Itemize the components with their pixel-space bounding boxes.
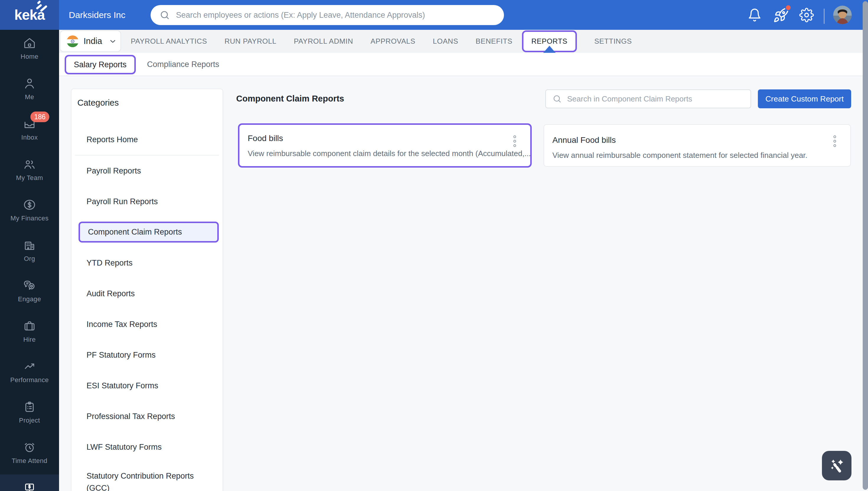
sidebar-label: My Team — [16, 174, 43, 182]
sidebar-item-engage[interactable]: Engage — [0, 272, 59, 313]
page-scrollbar[interactable] — [863, 1, 868, 490]
category-audit-reports[interactable]: Audit Reports — [72, 278, 223, 309]
category-statutory-contribution-reports-gcc[interactable]: Statutory Contribution Reports (GCC) — [72, 462, 223, 491]
sidebar-item-inbox[interactable]: 186 Inbox — [0, 111, 59, 151]
tab-payroll-admin[interactable]: PAYROLL ADMIN — [294, 37, 353, 46]
create-custom-report-button[interactable]: Create Custom Report — [758, 89, 851, 108]
tab-benefits[interactable]: BENEFITS — [476, 37, 512, 46]
tab-approvals[interactable]: APPROVALS — [370, 37, 415, 46]
category-income-tax-reports[interactable]: Income Tax Reports — [72, 309, 223, 340]
category-component-claim-reports[interactable]: Component Claim Reports — [79, 222, 219, 242]
sidebar-item-hire[interactable]: Hire — [0, 313, 59, 353]
report-card-description: View reimbursable component claim detail… — [248, 149, 531, 158]
header-divider — [824, 8, 824, 24]
sidebar-label: Me — [25, 93, 34, 101]
module-tab-bar: India PAYROLL ANALYTICS RUN PAYROLL PAYR… — [59, 30, 868, 53]
sidebar-item-payroll-active[interactable] — [0, 474, 59, 491]
sidebar-label: Performance — [10, 376, 49, 384]
home-icon — [23, 36, 36, 50]
inbox-badge: 186 — [30, 112, 49, 122]
legal-entity-selector[interactable]: India — [60, 30, 121, 52]
bell-icon — [748, 8, 762, 22]
sidebar-item-my-team[interactable]: My Team — [0, 151, 59, 192]
sidebar-label: My Finances — [10, 214, 49, 222]
sidebar-label: Engage — [18, 295, 41, 303]
tab-run-payroll[interactable]: RUN PAYROLL — [224, 37, 276, 46]
sidebar-item-project[interactable]: Project — [0, 394, 59, 434]
gear-icon — [799, 8, 814, 22]
sidebar-label: Home — [21, 53, 38, 60]
kebab-menu-icon[interactable] — [512, 134, 517, 148]
briefcase-icon — [23, 319, 36, 333]
notifications-button[interactable] — [746, 0, 763, 30]
team-icon — [23, 157, 36, 171]
sidebar-label: Project — [19, 417, 40, 424]
search-icon — [552, 94, 562, 104]
tab-settings[interactable]: SETTINGS — [594, 37, 632, 46]
magic-wand-fab[interactable] — [822, 451, 851, 480]
categories-list: Reports Home Payroll Reports Payroll Run… — [72, 124, 223, 491]
category-reports-home[interactable]: Reports Home — [72, 124, 223, 155]
alarm-clock-icon — [23, 440, 36, 454]
report-search-input[interactable] — [566, 94, 744, 104]
sidebar-item-me[interactable]: Me — [0, 70, 59, 111]
sidebar-item-org[interactable]: Org — [0, 232, 59, 272]
category-ytd-reports[interactable]: YTD Reports — [72, 248, 223, 278]
main-content: Categories Reports Home Payroll Reports … — [59, 77, 868, 491]
report-card-title: Annual Food bills — [552, 136, 616, 145]
report-search-bar[interactable] — [545, 89, 751, 108]
category-lwf-statutory-forms[interactable]: LWF Statutory Forms — [72, 432, 223, 462]
settings-button[interactable] — [798, 0, 815, 30]
dollar-circle-icon — [23, 198, 36, 211]
tab-payroll-analytics[interactable]: PAYROLL ANALYTICS — [131, 37, 207, 46]
tab-reports[interactable]: REPORTS — [522, 30, 577, 52]
keka-logo[interactable]: keka — [0, 0, 59, 30]
trend-arrow-icon — [23, 360, 36, 373]
global-search-bar[interactable] — [150, 5, 504, 25]
category-payroll-reports[interactable]: Payroll Reports — [72, 155, 223, 186]
subtab-compliance-reports[interactable]: Compliance Reports — [147, 53, 219, 76]
global-search-input[interactable] — [175, 10, 494, 20]
legal-entity-label: India — [84, 36, 102, 46]
sidebar-item-performance[interactable]: Performance — [0, 353, 59, 394]
payroll-monitor-icon — [23, 481, 36, 491]
category-esi-statutory-forms[interactable]: ESI Statutory Forms — [72, 370, 223, 401]
module-tabs: PAYROLL ANALYTICS RUN PAYROLL PAYROLL AD… — [131, 30, 649, 53]
subtab-salary-reports[interactable]: Salary Reports — [65, 55, 136, 74]
avatar-image — [833, 6, 852, 24]
sidebar-item-time-attend[interactable]: Time Attend — [0, 434, 59, 474]
categories-title: Categories — [77, 98, 223, 108]
avatar[interactable] — [833, 6, 852, 24]
whats-new-button[interactable] — [771, 0, 791, 30]
person-icon — [23, 77, 36, 90]
category-payroll-run-reports[interactable]: Payroll Run Reports — [72, 186, 223, 217]
top-header: keka Darksiders Inc — [0, 0, 868, 30]
sidebar-label: Time Attend — [12, 457, 48, 465]
whats-new-badge-dot — [785, 4, 791, 11]
sidebar-label: Inbox — [21, 134, 38, 141]
report-card-title: Food bills — [248, 134, 283, 143]
building-icon — [23, 238, 36, 252]
search-icon — [160, 10, 170, 20]
logo-sparkle-icon — [34, 1, 52, 16]
left-sidebar: Home Me 186 Inbox My Team My Finances — [0, 30, 59, 491]
magic-wand-icon — [828, 457, 846, 475]
page-title: Component Claim Reports — [236, 94, 344, 104]
company-name: Darksiders Inc — [69, 0, 125, 30]
sidebar-item-my-finances[interactable]: My Finances — [0, 192, 59, 232]
chat-bubbles-icon — [23, 279, 36, 292]
kebab-menu-icon[interactable] — [832, 134, 837, 148]
category-professional-tax-reports[interactable]: Professional Tax Reports — [72, 401, 223, 432]
report-card-description: View annual reimbursable component state… — [552, 151, 808, 160]
report-card-annual-food-bills[interactable]: Annual Food bills View annual reimbursab… — [543, 124, 851, 167]
tab-loans[interactable]: LOANS — [433, 37, 458, 46]
sidebar-item-home[interactable]: Home — [0, 30, 59, 70]
category-pf-statutory-forms[interactable]: PF Statutory Forms — [72, 340, 223, 370]
india-flag-icon — [66, 35, 79, 48]
clipboard-icon — [23, 400, 36, 414]
reports-subtab-bar: Salary Reports Compliance Reports — [59, 53, 868, 76]
sidebar-label: Hire — [23, 336, 36, 343]
categories-panel: Categories Reports Home Payroll Reports … — [71, 88, 223, 491]
chevron-down-icon — [109, 37, 117, 46]
report-card-food-bills[interactable]: Food bills View reimbursable component c… — [238, 123, 532, 168]
